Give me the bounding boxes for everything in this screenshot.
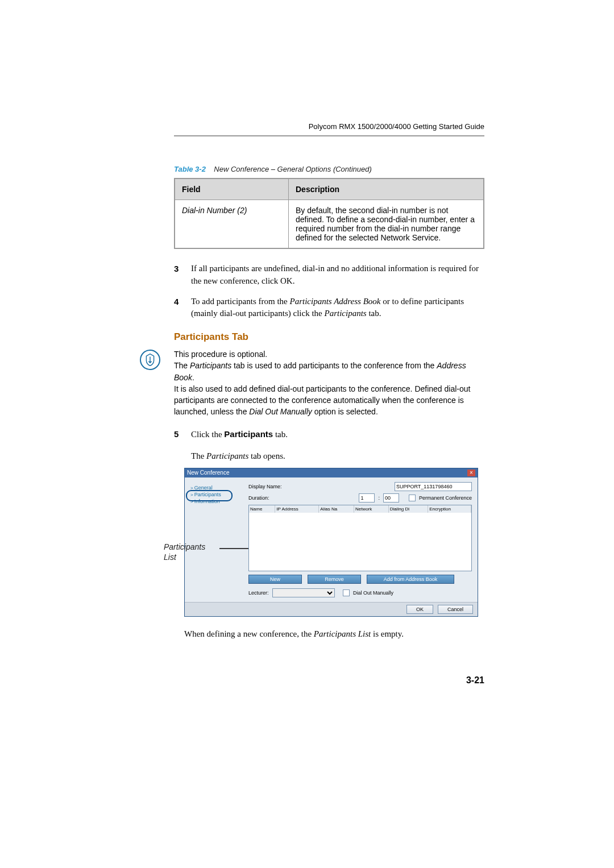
duration-mins-input[interactable] (383, 493, 399, 502)
caret-icon: > (190, 499, 193, 504)
dialog-titlebar: New Conference × (185, 468, 478, 477)
close-icon[interactable]: × (467, 470, 475, 476)
th-description: Description (289, 178, 484, 200)
table-row: Dial-in Number (2) By default, the secon… (175, 200, 484, 249)
options-table: Field Description Dial-in Number (2) By … (174, 178, 484, 249)
step-3: 3 If all participants are undefined, dia… (174, 263, 484, 288)
remove-button[interactable]: Remove (308, 575, 361, 584)
note-block: This procedure is optional. The Particip… (140, 348, 484, 418)
dialog-main: Display Name: Duration: : (248, 482, 472, 597)
dialog-title: New Conference (187, 470, 229, 476)
note-info-icon (140, 350, 160, 370)
table-caption: Table 3-2 New Conference – General Optio… (174, 165, 484, 173)
after-screenshot-text: When defining a new conference, the Part… (184, 629, 484, 639)
table-caption-label: Table 3-2 (174, 165, 206, 173)
cancel-button[interactable]: Cancel (438, 605, 473, 614)
step-number: 5 (174, 428, 179, 441)
step-text: If all participants are undefined, dial-… (191, 264, 479, 285)
note-text: This procedure is optional. The Particip… (174, 348, 484, 418)
step-4: 4 To add participants from the Participa… (174, 296, 484, 321)
dialog-sidebar: >General >Participants >Information (190, 482, 243, 597)
th-field: Field (175, 178, 289, 200)
step-5: 5 Click the Participants tab. (174, 428, 484, 441)
display-name-label: Display Name: (248, 484, 300, 489)
tree-item-general[interactable]: >General (190, 484, 243, 491)
caret-icon: > (190, 485, 193, 491)
step-5-sub: The Participants tab opens. (191, 451, 484, 461)
annotation-participants-list: Participants List (164, 542, 205, 562)
step-number: 3 (174, 263, 179, 275)
col-dialing[interactable]: Dialing Di (388, 505, 428, 513)
new-button[interactable]: New (248, 575, 302, 584)
col-alias[interactable]: Alias Na (319, 505, 354, 513)
col-encryption[interactable]: Encryption (428, 505, 471, 513)
duration-hours-input[interactable] (359, 493, 375, 502)
duration-sep: : (378, 495, 380, 501)
col-name[interactable]: Name (249, 505, 275, 513)
running-header: Polycom RMX 1500/2000/4000 Getting Start… (174, 122, 484, 131)
dial-out-manually-checkbox[interactable] (343, 589, 350, 596)
dialog-footer: OK Cancel (185, 602, 478, 616)
lecturer-select[interactable] (272, 588, 335, 597)
tree-item-participants[interactable]: >Participants (190, 491, 243, 498)
caret-icon: > (190, 492, 193, 497)
col-ip[interactable]: IP Address (275, 505, 319, 513)
page-number: 3-21 (174, 675, 484, 686)
step-text: To add participants from the Participant… (191, 297, 464, 318)
ok-button[interactable]: OK (406, 605, 433, 614)
step-text: Click the Participants tab. (191, 430, 288, 439)
display-name-input[interactable] (395, 482, 472, 491)
cell-field: Dial-in Number (2) (175, 200, 289, 249)
screenshot-wrapper: Participants List New Conference × >Gene… (174, 468, 484, 617)
permanent-conference-label: Permanent Conference (419, 495, 472, 501)
duration-label: Duration: (248, 495, 300, 501)
participants-tab-heading: Participants Tab (174, 331, 484, 343)
tree-item-information[interactable]: >Information (190, 498, 243, 505)
header-rule (174, 135, 484, 136)
table-caption-text: New Conference – General Options (Contin… (214, 165, 371, 173)
dial-out-manually-label: Dial Out Manually (353, 590, 393, 596)
cell-description: By default, the second dial-in number is… (289, 200, 484, 249)
col-network[interactable]: Network (354, 505, 388, 513)
permanent-conference-checkbox[interactable] (409, 495, 416, 501)
participants-list-table[interactable]: Name IP Address Alias Na Network Dialing… (248, 505, 472, 571)
lecturer-label: Lecturer: (248, 590, 269, 596)
step-number: 4 (174, 296, 179, 308)
add-from-address-book-button[interactable]: Add from Address Book (367, 575, 454, 584)
